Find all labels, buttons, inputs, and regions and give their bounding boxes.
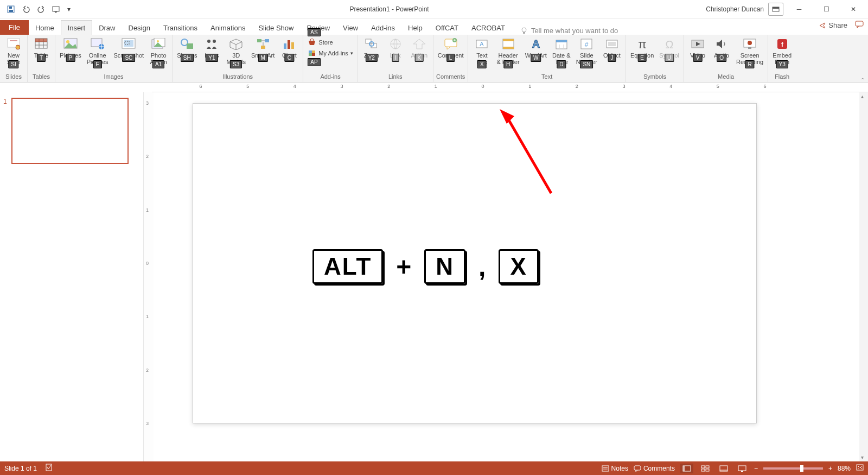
slide-sorter-view-button[interactable] bbox=[699, 464, 712, 473]
window-title: Presentation1 - PowerPoint bbox=[73, 5, 706, 13]
qat-customize-button[interactable]: ▾ bbox=[65, 3, 73, 16]
group-comments: Comment L Comments bbox=[433, 35, 469, 82]
tab-help[interactable]: Help bbox=[401, 21, 429, 35]
comments-toggle-button[interactable]: Comments bbox=[634, 465, 675, 472]
tab-acrobat[interactable]: ACROBAT bbox=[465, 21, 512, 35]
tab-home[interactable]: Home bbox=[29, 21, 61, 35]
tab-insert[interactable]: Insert bbox=[61, 20, 93, 35]
undo-button[interactable] bbox=[20, 3, 33, 16]
pictures-button[interactable]: Pictures P bbox=[58, 36, 84, 60]
header-footer-button[interactable]: Header & Footer H bbox=[494, 36, 521, 66]
notes-button[interactable]: Notes bbox=[602, 465, 628, 472]
calendar-icon bbox=[554, 37, 569, 51]
svg-rect-61 bbox=[608, 42, 616, 46]
new-slide-button[interactable]: New Slide SI bbox=[2, 36, 25, 66]
shapes-icon bbox=[180, 37, 195, 51]
my-addins-button[interactable]: My Add-ins ▾ AP bbox=[308, 49, 353, 58]
svg-rect-34 bbox=[261, 46, 265, 49]
fit-to-window-button[interactable] bbox=[856, 464, 864, 472]
comma: , bbox=[478, 252, 486, 282]
group-label: Text bbox=[541, 72, 552, 82]
tab-offcat[interactable]: OffCAT bbox=[429, 21, 465, 35]
slideshow-view-button[interactable] bbox=[736, 464, 749, 473]
audio-button[interactable]: Audio O bbox=[710, 36, 733, 60]
video-button[interactable]: Video V bbox=[686, 36, 709, 60]
chart-button[interactable]: Chart C bbox=[278, 36, 301, 60]
spell-check-icon[interactable] bbox=[46, 464, 54, 473]
zoom-slider[interactable] bbox=[763, 467, 823, 470]
start-from-beginning-button[interactable] bbox=[50, 3, 63, 16]
svg-rect-51 bbox=[503, 39, 514, 41]
audio-icon bbox=[714, 37, 729, 51]
svg-rect-75 bbox=[634, 466, 641, 470]
comment-button[interactable]: Comment L bbox=[436, 36, 466, 60]
zoom-level[interactable]: 88% bbox=[838, 465, 851, 472]
vertical-scrollbar[interactable]: ▴ ▾ bbox=[859, 92, 868, 461]
minimize-button[interactable]: ─ bbox=[788, 3, 810, 16]
tab-addins[interactable]: Add-ins bbox=[365, 21, 401, 35]
svg-text:A: A bbox=[532, 38, 539, 50]
zoom-button[interactable]: Zoom Y2 bbox=[360, 36, 383, 60]
slide-canvas[interactable]: ALT + N , X bbox=[193, 103, 757, 423]
svg-rect-29 bbox=[187, 43, 193, 49]
comments-pane-button[interactable] bbox=[855, 21, 864, 30]
tab-file[interactable]: File bbox=[0, 20, 29, 35]
tell-me-search[interactable]: Tell me what you want to do bbox=[520, 27, 618, 35]
screen-recording-button[interactable]: Screen Recording R bbox=[734, 36, 765, 66]
svg-point-11 bbox=[16, 45, 20, 49]
slide-number-button[interactable]: # Slide Number SN bbox=[574, 36, 599, 66]
reading-view-button[interactable] bbox=[717, 464, 730, 473]
close-button[interactable]: ✕ bbox=[842, 3, 865, 16]
svg-rect-17 bbox=[35, 39, 47, 42]
ribbon-display-options[interactable] bbox=[768, 3, 783, 16]
svg-text:Ω: Ω bbox=[665, 39, 673, 50]
tab-transitions[interactable]: Transitions bbox=[157, 21, 204, 35]
object-button[interactable]: Object J bbox=[601, 36, 623, 60]
normal-view-button[interactable] bbox=[680, 464, 693, 473]
group-label: Add-ins bbox=[320, 72, 340, 82]
tab-slideshow[interactable]: Slide Show bbox=[252, 21, 300, 35]
zoom-in-button[interactable]: + bbox=[828, 465, 832, 472]
maximize-button[interactable]: ☐ bbox=[815, 3, 838, 16]
smartart-button[interactable]: SmartArt M bbox=[249, 36, 277, 60]
screenshot-button[interactable]: Screenshot SC bbox=[112, 36, 146, 60]
store-button[interactable]: Store AS bbox=[308, 38, 353, 47]
slide-counter[interactable]: Slide 1 of 1 bbox=[4, 465, 37, 472]
embed-flash-button[interactable]: f Embed Flash Y3 bbox=[770, 36, 794, 66]
textbox-button[interactable]: A Text Box X bbox=[470, 36, 493, 66]
header-footer-icon bbox=[501, 37, 516, 51]
table-button[interactable]: Table T bbox=[30, 36, 53, 60]
cube-icon bbox=[228, 37, 244, 51]
zoom-out-button[interactable]: − bbox=[754, 465, 758, 472]
tab-design[interactable]: Design bbox=[122, 21, 157, 35]
tab-draw[interactable]: Draw bbox=[92, 21, 122, 35]
date-time-button[interactable]: Date & Time D bbox=[550, 36, 573, 66]
comment-icon bbox=[443, 37, 458, 51]
chart-icon bbox=[282, 37, 297, 51]
redo-button[interactable] bbox=[35, 3, 48, 16]
wordart-button[interactable]: A WordArt W bbox=[523, 36, 549, 60]
ribbon-insert: New Slide SI Slides Table T Tables Pictu… bbox=[0, 35, 868, 83]
plus-sign: + bbox=[396, 252, 411, 282]
svg-rect-55 bbox=[556, 40, 567, 42]
slide-thumbnail-1[interactable] bbox=[11, 98, 129, 164]
photo-album-icon bbox=[151, 37, 166, 51]
group-text: A Text Box X Header & Footer H A WordArt… bbox=[468, 35, 626, 82]
icons-button[interactable]: Icons Y1 bbox=[200, 36, 223, 60]
smartart-icon bbox=[256, 37, 271, 51]
share-button[interactable]: Share bbox=[819, 21, 847, 29]
tab-animations[interactable]: Animations bbox=[204, 21, 252, 35]
shapes-button[interactable]: Shapes SH bbox=[175, 36, 199, 60]
icons-icon bbox=[204, 37, 219, 51]
photo-album-button[interactable]: Photo Album A1 bbox=[147, 36, 170, 66]
3d-models-button[interactable]: 3D Models S3 bbox=[224, 36, 247, 66]
textbox-icon: A bbox=[474, 37, 489, 51]
svg-text:π: π bbox=[638, 38, 646, 50]
zoom-icon bbox=[364, 37, 379, 51]
svg-point-30 bbox=[207, 40, 210, 43]
tab-view[interactable]: View bbox=[336, 21, 365, 35]
save-button[interactable] bbox=[4, 3, 17, 16]
equation-button[interactable]: π Equation E bbox=[628, 36, 656, 60]
online-pictures-button[interactable]: Online Pictures F bbox=[85, 36, 111, 66]
svg-rect-78 bbox=[701, 466, 705, 468]
